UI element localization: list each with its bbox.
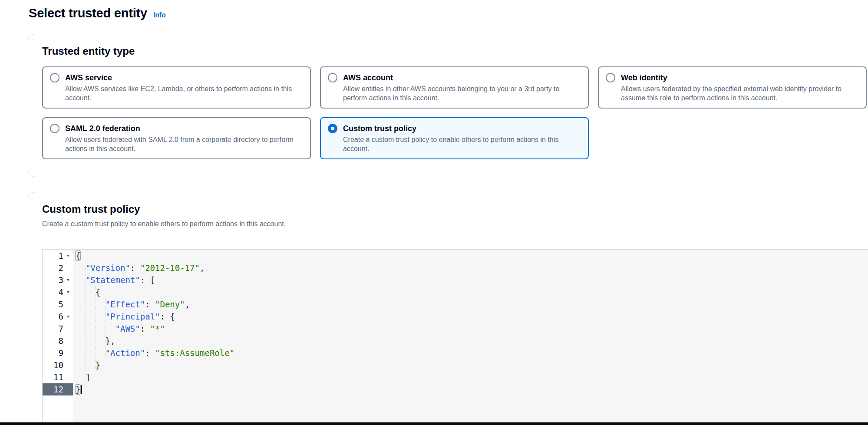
tile-header: AWS account — [328, 72, 581, 83]
line-number: 6 — [59, 312, 63, 321]
gutter-line: 4▾ — [43, 286, 73, 298]
line-number: 9 — [59, 348, 63, 358]
fold-arrow-icon[interactable]: ▾ — [63, 250, 73, 262]
radio-button[interactable] — [328, 73, 337, 82]
tile-header: Custom trust policy — [328, 123, 581, 134]
code-line: "Statement": [ — [76, 274, 868, 286]
gutter-line: 10 — [43, 359, 73, 371]
tile-aws-account[interactable]: AWS account Allow entities in other AWS … — [320, 66, 589, 109]
json-punctuation — [76, 348, 106, 358]
json-punctuation: { — [76, 287, 100, 297]
gutter-line: 3▾ — [43, 274, 73, 286]
tile-description: Allows users federated by the specified … — [621, 84, 859, 102]
code-line: "Action": "sts:AssumeRole" — [76, 347, 868, 359]
code-line: } — [76, 383, 868, 395]
json-key: "Effect" — [106, 300, 145, 309]
json-string: "*" — [150, 324, 165, 333]
json-punctuation — [76, 312, 106, 321]
radio-button[interactable] — [50, 124, 59, 133]
custom-trust-policy-heading: Custom trust policy — [42, 203, 867, 216]
tile-description: Allow entities in other AWS accounts bel… — [343, 84, 581, 102]
code-line: "AWS": "*" — [76, 323, 868, 335]
line-number: 8 — [59, 336, 63, 346]
json-key: "Principal" — [106, 312, 160, 321]
json-punctuation — [76, 263, 86, 273]
tile-aws-service[interactable]: AWS service Allow AWS services like EC2,… — [42, 66, 311, 109]
line-number: 3 — [59, 275, 63, 285]
editor-code-pane[interactable]: { "Version": "2012-10-17", "Statement": … — [73, 250, 868, 425]
line-number: 10 — [53, 360, 63, 370]
fold-arrow-icon[interactable]: ▾ — [63, 286, 73, 298]
tile-title: AWS account — [343, 72, 393, 83]
policy-code-editor[interactable]: 1▾23▾4▾56▾789101112 { "Version": "2012-1… — [42, 249, 868, 425]
code-line: }, — [76, 335, 868, 347]
json-punctuation: : — [130, 263, 140, 273]
code-line: { — [76, 250, 868, 262]
window-bottom-edge — [0, 422, 868, 425]
radio-button[interactable] — [50, 73, 59, 82]
json-punctuation: : { — [160, 312, 175, 321]
line-number: 7 — [59, 324, 63, 333]
json-punctuation: , — [185, 300, 190, 309]
tile-header: AWS service — [50, 72, 303, 83]
tile-title: AWS service — [65, 72, 112, 83]
json-key: "AWS" — [116, 324, 140, 333]
line-number: 11 — [53, 372, 63, 382]
json-punctuation: : [ — [140, 275, 155, 285]
indent-guide — [96, 286, 96, 371]
json-string: "sts:AssumeRole" — [155, 348, 234, 358]
code-line: "Effect": "Deny", — [76, 298, 868, 310]
info-link[interactable]: Info — [153, 11, 166, 19]
custom-trust-policy-description: Create a custom trust policy to enable o… — [42, 219, 867, 228]
editor-gutter: 1▾23▾4▾56▾789101112 — [43, 250, 73, 425]
json-punctuation: : — [145, 348, 155, 358]
line-number: 2 — [59, 263, 63, 273]
json-punctuation — [76, 300, 106, 309]
tile-header: Web identity — [606, 72, 859, 83]
tile-title: SAML 2.0 federation — [65, 123, 140, 134]
trusted-entity-type-section: Trusted entity type AWS service Allow AW… — [28, 34, 868, 177]
tile-description: Create a custom trust policy to enable o… — [343, 135, 581, 153]
gutter-line: 8 — [43, 335, 73, 347]
gutter-line: 7 — [43, 323, 73, 335]
page-title-text: Select trusted entity — [29, 6, 147, 20]
tile-web-identity[interactable]: Web identity Allows users federated by t… — [598, 66, 867, 109]
json-punctuation: , — [200, 263, 205, 273]
tile-saml-federation[interactable]: SAML 2.0 federation Allow users federate… — [42, 117, 311, 159]
json-punctuation: { — [76, 251, 80, 260]
page-title: Select trusted entityInfo — [29, 5, 166, 23]
json-punctuation: } — [76, 385, 80, 394]
iam-select-trusted-entity-page: Select trusted entityInfo Trusted entity… — [0, 0, 868, 425]
code-line: "Principal": { — [76, 310, 868, 323]
tile-header: SAML 2.0 federation — [50, 123, 303, 134]
json-punctuation: ] — [76, 372, 90, 382]
json-string: "2012-10-17" — [140, 263, 200, 273]
radio-button[interactable] — [328, 124, 337, 133]
code-line: "Version": "2012-10-17", — [76, 262, 868, 274]
json-punctuation: : — [140, 324, 150, 333]
line-number: 1 — [59, 251, 63, 260]
custom-trust-policy-section: Custom trust policy Create a custom trus… — [28, 192, 868, 425]
gutter-line: 5 — [43, 298, 73, 310]
radio-button[interactable] — [606, 73, 615, 82]
indent-guide — [106, 298, 106, 359]
fold-arrow-icon[interactable]: ▾ — [63, 274, 73, 286]
line-number: 12 — [53, 385, 63, 394]
gutter-line: 1▾ — [43, 250, 73, 262]
text-cursor — [81, 385, 82, 394]
json-key: "Action" — [106, 348, 145, 358]
line-number: 5 — [59, 300, 63, 309]
json-punctuation: } — [76, 360, 100, 370]
code-line: } — [76, 359, 868, 371]
fold-arrow-icon[interactable]: ▾ — [63, 310, 73, 323]
indent-guide — [86, 262, 86, 383]
json-punctuation — [76, 275, 86, 285]
code-line: ] — [76, 371, 868, 383]
gutter-line: 2 — [43, 262, 73, 274]
json-string: "Deny" — [155, 300, 185, 309]
tile-title: Web identity — [621, 72, 667, 83]
tile-custom-trust-policy[interactable]: Custom trust policy Create a custom trus… — [320, 117, 589, 159]
json-punctuation: : — [145, 300, 155, 309]
trusted-entity-type-heading: Trusted entity type — [42, 45, 867, 58]
gutter-line: 9 — [43, 347, 73, 359]
